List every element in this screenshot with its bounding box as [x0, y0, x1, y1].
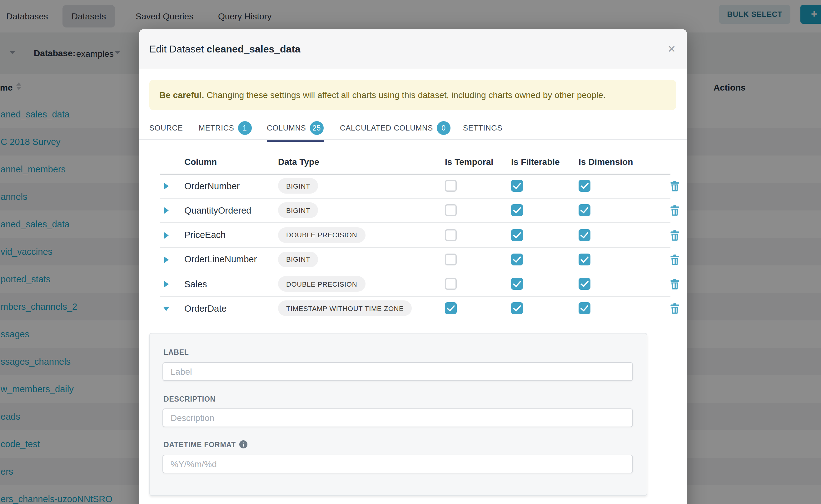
close-icon: ✕: [668, 43, 676, 55]
delete-column-button[interactable]: [670, 303, 680, 314]
data-type-pill: BIGINT: [278, 178, 318, 194]
expand-caret-icon[interactable]: [164, 257, 169, 263]
is-temporal-checkbox[interactable]: [445, 180, 457, 192]
is-temporal-checkbox[interactable]: [445, 254, 457, 265]
tab-columns-label: COLUMNS: [267, 124, 306, 132]
tab-settings[interactable]: SETTINGS: [463, 117, 502, 139]
column-row: OrderDateTIMESTAMP WITHOUT TIME ZONE: [160, 296, 670, 321]
column-name: PriceEach: [184, 223, 225, 247]
is-dimension-checkbox[interactable]: [579, 180, 591, 192]
data-type-pill: BIGINT: [278, 252, 318, 267]
is-filterable-checkbox[interactable]: [511, 278, 523, 290]
column-name: QuantityOrdered: [184, 198, 251, 223]
columns-count-badge: 25: [310, 121, 324, 135]
trash-icon: [670, 180, 680, 192]
is-filterable-checkbox[interactable]: [511, 180, 523, 192]
column-name: OrderNumber: [184, 174, 240, 198]
tab-settings-label: SETTINGS: [463, 124, 502, 132]
is-temporal-header: Is Temporal: [445, 152, 493, 171]
metrics-count-badge: 1: [238, 121, 252, 135]
info-icon[interactable]: i: [240, 440, 248, 448]
expand-caret-icon[interactable]: [164, 281, 169, 287]
is-filterable-checkbox[interactable]: [511, 303, 523, 314]
tab-columns[interactable]: COLUMNS 25: [267, 117, 324, 139]
tab-metrics[interactable]: METRICS 1: [199, 117, 252, 139]
tab-calculated-columns[interactable]: CALCULATED COLUMNS 0: [340, 117, 451, 139]
label-input[interactable]: [162, 362, 633, 381]
column-row: QuantityOrderedBIGINT: [160, 198, 670, 223]
delete-column-button[interactable]: [670, 180, 680, 192]
edit-dataset-modal: Edit Dataset cleaned_sales_data ✕ Be car…: [139, 29, 687, 504]
modal-title-dataset-name: cleaned_sales_data: [206, 43, 300, 54]
column-detail-panel: LABEL DESCRIPTION DATETIME FORMAT i: [149, 333, 647, 496]
warning-banner-bold: Be careful.: [159, 90, 204, 100]
column-row: OrderNumberBIGINT: [160, 174, 670, 199]
column-row: SalesDOUBLE PRECISION: [160, 272, 670, 297]
delete-column-button[interactable]: [670, 279, 680, 290]
tab-calculated-columns-label: CALCULATED COLUMNS: [340, 124, 433, 132]
datetime-format-input[interactable]: [162, 455, 633, 473]
data-type-header: Data Type: [278, 152, 319, 171]
is-temporal-checkbox[interactable]: [445, 303, 457, 314]
tabs-divider: [139, 139, 687, 140]
delete-column-button[interactable]: [670, 254, 680, 265]
is-temporal-checkbox[interactable]: [445, 229, 457, 241]
is-temporal-checkbox[interactable]: [445, 278, 457, 290]
data-type-pill: DOUBLE PRECISION: [278, 276, 365, 292]
column-name: OrderLineNumber: [184, 247, 257, 272]
trash-icon: [670, 254, 680, 265]
expand-caret-icon[interactable]: [164, 183, 169, 189]
warning-banner-text: Changing these settings will affect all …: [206, 90, 606, 100]
is-temporal-checkbox[interactable]: [445, 205, 457, 216]
tab-source[interactable]: SOURCE: [149, 117, 183, 139]
is-dimension-checkbox[interactable]: [579, 278, 591, 290]
is-dimension-header: Is Dimension: [579, 152, 633, 171]
description-field-label-text: DESCRIPTION: [164, 395, 215, 403]
column-name: OrderDate: [184, 296, 226, 321]
description-input[interactable]: [162, 408, 633, 427]
data-type-pill: TIMESTAMP WITHOUT TIME ZONE: [278, 301, 412, 316]
is-dimension-checkbox[interactable]: [579, 205, 591, 216]
app: Databases Datasets Saved Queries Query H…: [0, 0, 821, 504]
is-dimension-checkbox[interactable]: [579, 229, 591, 241]
screen: Databases Datasets Saved Queries Query H…: [0, 0, 821, 504]
modal-title-prefix: Edit Dataset: [149, 43, 204, 54]
label-field-label: LABEL: [164, 348, 189, 356]
column-header: Column: [184, 152, 217, 171]
tab-metrics-label: METRICS: [199, 124, 234, 132]
trash-icon: [670, 303, 680, 314]
trash-icon: [670, 230, 680, 241]
label-field-label-text: LABEL: [164, 348, 189, 356]
description-field-label: DESCRIPTION: [164, 395, 215, 403]
is-filterable-header: Is Filterable: [511, 152, 560, 171]
is-filterable-checkbox[interactable]: [511, 254, 523, 265]
tab-source-label: SOURCE: [149, 124, 183, 132]
is-filterable-checkbox[interactable]: [511, 205, 523, 216]
datetime-format-label-text: DATETIME FORMAT: [164, 441, 236, 448]
column-row: OrderLineNumberBIGINT: [160, 247, 670, 272]
expand-caret-icon[interactable]: [164, 232, 169, 238]
is-filterable-checkbox[interactable]: [511, 229, 523, 241]
trash-icon: [670, 205, 680, 216]
datetime-format-field-label: DATETIME FORMAT i: [164, 440, 248, 448]
delete-column-button[interactable]: [670, 230, 680, 241]
warning-banner: Be careful. Changing these settings will…: [149, 80, 676, 110]
column-row: PriceEachDOUBLE PRECISION: [160, 223, 670, 248]
columns-table-header: Column Data Type Is Temporal Is Filterab…: [160, 152, 670, 175]
modal-header: Edit Dataset cleaned_sales_data: [139, 29, 687, 69]
column-name: Sales: [184, 272, 207, 296]
collapse-caret-icon[interactable]: [163, 307, 169, 311]
calculated-columns-count-badge: 0: [437, 121, 451, 135]
delete-column-button[interactable]: [670, 205, 680, 216]
trash-icon: [670, 279, 680, 290]
expand-caret-icon[interactable]: [164, 208, 169, 214]
is-dimension-checkbox[interactable]: [579, 254, 591, 265]
close-button[interactable]: ✕: [664, 41, 680, 57]
is-dimension-checkbox[interactable]: [579, 303, 591, 314]
modal-title: Edit Dataset cleaned_sales_data: [149, 43, 300, 55]
data-type-pill: DOUBLE PRECISION: [278, 227, 365, 243]
data-type-pill: BIGINT: [278, 203, 318, 218]
